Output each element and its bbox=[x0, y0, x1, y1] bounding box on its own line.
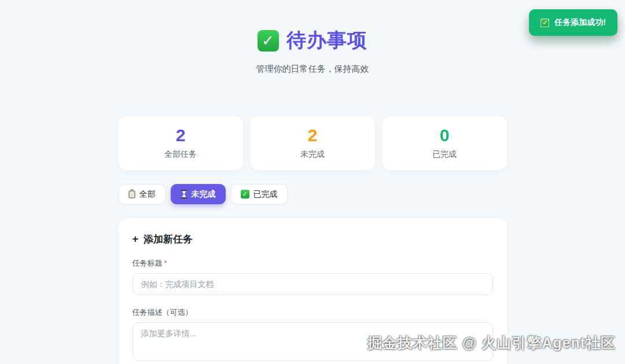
check-icon: ✓ bbox=[258, 30, 279, 52]
todo-app-page: ✓ 任务添加成功! ✓ 待办事项 管理你的日常任务，保持高效 2 全部任务 2 … bbox=[0, 0, 625, 364]
plus-icon: + bbox=[133, 233, 139, 245]
stat-done-value: 0 bbox=[440, 127, 450, 144]
toast-notification: ✓ 任务添加成功! bbox=[529, 9, 617, 36]
required-mark: * bbox=[164, 259, 167, 267]
check-icon: ✓ bbox=[541, 19, 549, 27]
filter-all-button[interactable]: 全部 bbox=[119, 184, 166, 204]
stat-pending-value: 2 bbox=[308, 127, 318, 144]
stat-pending-label: 未完成 bbox=[300, 149, 325, 160]
page-subtitle: 管理你的日常任务，保持高效 bbox=[0, 64, 625, 75]
filter-all-label: 全部 bbox=[139, 189, 156, 200]
watermark: 掘金技术社区 @ 火山引擎Agent社区 bbox=[367, 333, 616, 352]
stat-card-pending: 2 未完成 bbox=[251, 116, 375, 170]
stat-total-label: 全部任务 bbox=[164, 149, 197, 160]
stat-total-value: 2 bbox=[176, 127, 186, 144]
task-description-label: 任务描述（可选） bbox=[133, 307, 493, 318]
filter-done-button[interactable]: ✓ 已完成 bbox=[231, 184, 288, 204]
hourglass-icon bbox=[181, 190, 188, 198]
stat-done-label: 已完成 bbox=[432, 149, 457, 160]
stat-card-total: 2 全部任务 bbox=[119, 116, 243, 170]
page-title-text: 待办事项 bbox=[286, 27, 367, 54]
filter-pending-button[interactable]: 未完成 bbox=[171, 184, 226, 204]
clipboard-icon bbox=[128, 190, 135, 198]
filter-row: 全部 未完成 ✓ 已完成 bbox=[119, 184, 507, 204]
toast-message: 任务添加成功! bbox=[554, 17, 606, 28]
filter-pending-label: 未完成 bbox=[192, 189, 216, 200]
stat-card-done: 0 已完成 bbox=[383, 116, 507, 170]
add-task-title-text: 添加新任务 bbox=[144, 233, 193, 246]
stats-row: 2 全部任务 2 未完成 0 已完成 bbox=[119, 116, 507, 170]
check-icon: ✓ bbox=[241, 190, 249, 198]
task-title-label: 任务标题* bbox=[133, 258, 493, 269]
task-title-input[interactable] bbox=[133, 273, 493, 295]
add-task-title: + 添加新任务 bbox=[133, 233, 493, 246]
filter-done-label: 已完成 bbox=[253, 189, 278, 200]
